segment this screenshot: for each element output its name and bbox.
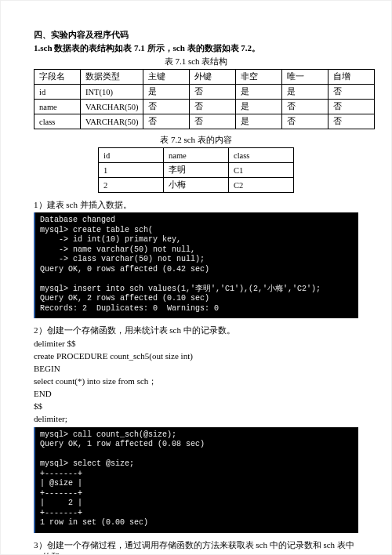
section-heading: 四、实验内容及程序代码: [34, 29, 358, 41]
table-row: 字段名 数据类型 主键 外键 非空 唯一 自增: [34, 70, 375, 85]
caption-7-2: 表 7.2 sch 表的内容: [34, 134, 358, 146]
table-row: nameVARCHAR(50)否否是否否: [34, 100, 375, 114]
table-7-2: id name class 1李明C1 2小梅C2: [98, 147, 294, 193]
page: 四、实验内容及程序代码 1.sch 数据表的表结构如表 7.1 所示，sch 表…: [0, 0, 392, 555]
step-1: 1）建表 sch 并插入数据。: [34, 199, 358, 211]
th: 数据类型: [81, 70, 143, 85]
table-row: 2小梅C2: [99, 178, 294, 193]
caption-7-1: 表 7.1 sch 表结构: [34, 56, 358, 67]
step-2: 2）创建一个存储函数，用来统计表 sch 中的记录数。: [34, 325, 358, 336]
th: 唯一: [282, 70, 328, 85]
table-row: 1李明C1: [99, 163, 294, 178]
th: 字段名: [34, 70, 81, 85]
terminal-2: mysql> call count_sch(@size); Query OK, …: [34, 427, 358, 533]
th: class: [229, 148, 294, 163]
code-block-2: delimiter $$ create PROCEDURE count_sch5…: [34, 338, 358, 426]
th: 非空: [236, 70, 282, 85]
th: 主键: [143, 70, 190, 85]
terminal-1: Database changed mysql> create table sch…: [34, 212, 358, 318]
table-row: classVARCHAR(50)否否是否否: [34, 114, 375, 129]
subheading-1: 1.sch 数据表的表结构如表 7.1 所示，sch 表的数据如表 7.2。: [34, 42, 358, 54]
table-7-1: 字段名 数据类型 主键 外键 非空 唯一 自增 idINT(10)是否是是否 n…: [34, 69, 375, 129]
step-3: 3）创建一个存储过程，通过调用存储函数的方法来获取表 sch 中的记录数和 sc…: [34, 539, 358, 555]
th: 外键: [190, 70, 236, 85]
th: id: [99, 148, 164, 163]
th: 自增: [328, 70, 375, 85]
table-row: id name class: [99, 148, 294, 163]
th: name: [164, 148, 229, 163]
table-row: idINT(10)是否是是否: [34, 85, 375, 100]
